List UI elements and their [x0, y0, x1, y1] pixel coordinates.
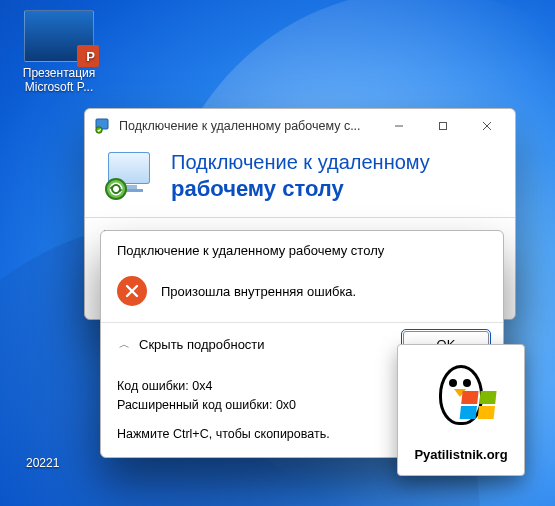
desktop-icon-label: Презентация Microsoft P... — [16, 66, 102, 94]
banner-line2: рабочему столу — [171, 175, 430, 203]
chevron-up-icon[interactable]: ︿ — [115, 337, 133, 352]
powerpoint-thumbnail-icon: P — [24, 10, 94, 62]
watermark-logo: Pyatilistnik.org — [397, 344, 525, 476]
window-title: Подключение к удаленному рабочему с... — [119, 119, 377, 133]
taskbar-date-fragment: 20221 — [26, 456, 59, 470]
svg-rect-3 — [440, 123, 447, 130]
watermark-text: Pyatilistnik.org — [414, 447, 507, 462]
rdp-banner: Подключение к удаленному рабочему столу — [85, 143, 515, 218]
error-message: Произошла внутренняя ошибка. — [161, 284, 356, 299]
penguin-windows-icon — [419, 359, 503, 443]
error-dialog-title: Подключение к удаленному рабочему столу — [101, 231, 503, 266]
titlebar[interactable]: Подключение к удаленному рабочему с... — [85, 109, 515, 143]
toggle-details-link[interactable]: Скрыть подробности — [139, 337, 403, 352]
svg-point-1 — [96, 127, 102, 133]
error-icon — [117, 276, 147, 306]
close-button[interactable] — [465, 111, 509, 141]
pptx-badge: P — [86, 49, 95, 64]
banner-line1: Подключение к удаленному — [171, 150, 430, 175]
desktop-icon-powerpoint[interactable]: P Презентация Microsoft P... — [16, 10, 102, 94]
rdp-banner-icon — [103, 149, 157, 203]
minimize-button[interactable] — [377, 111, 421, 141]
maximize-button[interactable] — [421, 111, 465, 141]
rdp-app-icon — [95, 118, 111, 134]
